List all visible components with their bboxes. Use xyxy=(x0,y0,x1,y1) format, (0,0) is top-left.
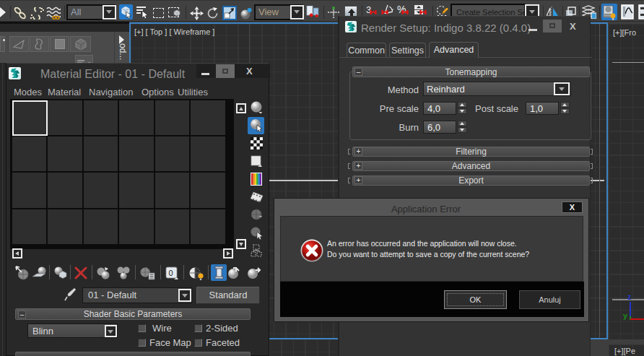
svg-text:z: z xyxy=(627,292,632,301)
svg-text:y: y xyxy=(623,311,628,320)
svg-text:0: 0 xyxy=(169,269,173,277)
